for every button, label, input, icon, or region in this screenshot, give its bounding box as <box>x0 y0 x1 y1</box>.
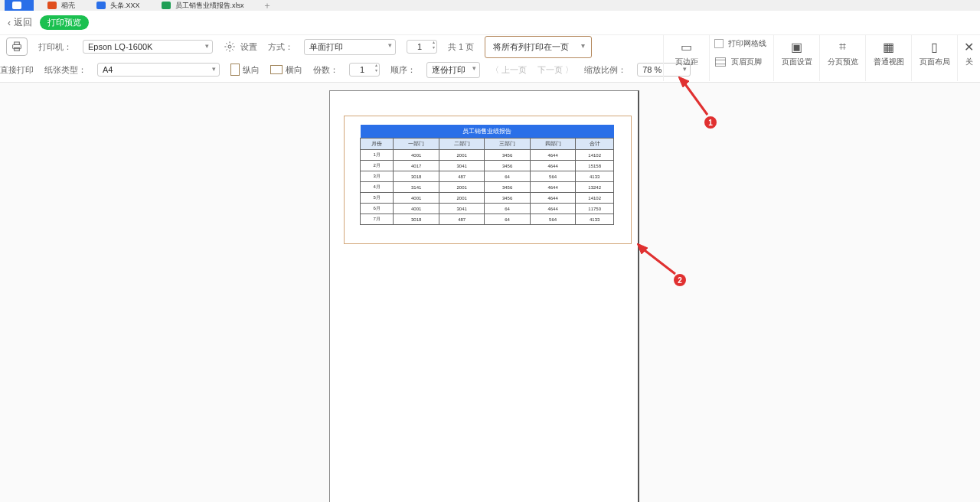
print-options-group: 打印网格线 页眉页脚 <box>709 35 773 81</box>
table-row: 3月3018487645644133 <box>361 171 614 182</box>
annotation-badge-1: 1 <box>704 116 717 129</box>
back-button[interactable]: ‹ 返回 <box>8 16 32 29</box>
svg-rect-2 <box>15 47 20 51</box>
collate-select[interactable]: 逐份打印 <box>426 62 480 78</box>
close-icon: ✕ <box>960 38 978 55</box>
scale-fit-select[interactable]: 将所有列打印在一页 <box>485 36 592 58</box>
layout-icon: ▯ <box>926 38 944 55</box>
close-preview-button[interactable]: ✕ 关 <box>957 35 980 81</box>
print-area-frame: 员工销售业绩报告 月份一部门二部门三部门四部门合计 1月400120013456… <box>344 116 632 244</box>
page-count-label: 共 1 页 <box>448 41 474 53</box>
back-row: ‹ 返回 打印预览 <box>0 11 980 35</box>
svg-line-9 <box>642 248 675 274</box>
header-footer-button[interactable]: 页眉页脚 <box>714 57 762 67</box>
svg-point-3 <box>228 45 231 48</box>
next-page-button[interactable]: 下一页 〉 <box>537 64 573 76</box>
page-setup-button[interactable]: ▣ 页面设置 <box>773 35 819 81</box>
mode-badge: 打印预览 <box>40 15 89 30</box>
app-tabbar: 稻壳 头条.XXX 员工销售业绩报告.xlsx ＋ <box>0 0 980 11</box>
printer-settings-button[interactable]: 设置 <box>224 41 257 53</box>
orientation-portrait-button[interactable]: 纵向 <box>230 64 260 76</box>
app-tab-doc2[interactable]: 稻壳 <box>40 0 83 11</box>
zoom-label: 缩放比例： <box>584 64 626 76</box>
app-tab-home[interactable] <box>5 0 34 11</box>
preview-table: 员工销售业绩报告 月份一部门二部门三部门四部门合计 1月400120013456… <box>360 125 614 225</box>
print-gridlines-checkbox[interactable]: 打印网格线 <box>714 38 766 49</box>
svg-rect-4 <box>715 58 725 67</box>
print-ribbon: 打印机： Epson LQ-1600K 设置 方式： 单面打印 1 共 1 页 … <box>0 35 980 83</box>
print-mode-label: 方式： <box>268 41 293 53</box>
table-row: 4月314120013456464413242 <box>361 182 614 193</box>
table-header: 三部门 <box>485 139 530 150</box>
printer-select[interactable]: Epson LQ-1600K <box>83 40 213 54</box>
print-mode-select[interactable]: 单面打印 <box>304 39 396 55</box>
table-row: 2月401730413456464415158 <box>361 161 614 171</box>
orientation-landscape-button[interactable]: 横向 <box>270 64 302 76</box>
print-icon[interactable] <box>6 37 28 56</box>
prev-page-button[interactable]: 〈 上一页 <box>491 64 527 76</box>
app-tab-doc3[interactable]: 头条.XXX <box>89 0 148 11</box>
table-title: 员工销售业绩报告 <box>361 125 614 139</box>
direct-print-label[interactable]: 直接打印 <box>0 64 34 76</box>
preview-page[interactable]: 员工销售业绩报告 月份一部门二部门三部门四部门合计 1月400120013456… <box>329 90 639 502</box>
table-row: 7月3018487645644133 <box>361 214 614 225</box>
svg-line-7 <box>683 81 707 115</box>
annotation-arrow-1 <box>678 77 717 122</box>
page-setup-icon: ▣ <box>788 38 806 55</box>
copies-spinner[interactable]: 1 <box>349 63 380 77</box>
grid-icon: ▦ <box>880 38 898 55</box>
preview-canvas: 员工销售业绩报告 月份一部门二部门三部门四部门合计 1月400120013456… <box>0 83 980 502</box>
page-layout-button[interactable]: ▯ 页面布局 <box>911 35 957 81</box>
annotation-badge-2: 2 <box>674 274 686 286</box>
table-header: 月份 <box>361 139 394 150</box>
paper-type-select[interactable]: A4 <box>97 63 220 77</box>
table-header: 四部门 <box>530 139 575 150</box>
table-header: 合计 <box>576 139 614 150</box>
table-header: 一部门 <box>394 139 439 150</box>
app-tab-current[interactable]: 员工销售业绩报告.xlsx <box>154 0 252 11</box>
table-row: 6月4001304164464411750 <box>361 204 614 214</box>
svg-rect-1 <box>15 42 20 44</box>
table-row: 5月400120013456464414102 <box>361 193 614 204</box>
copies-label: 份数： <box>313 64 338 76</box>
margins-button[interactable]: ▭ 页边距 <box>663 35 709 81</box>
new-tab-button[interactable]: ＋ <box>258 0 276 11</box>
table-header: 二部门 <box>439 139 484 150</box>
paper-type-label: 纸张类型： <box>44 64 87 76</box>
table-row: 1月400120013456464414102 <box>361 150 614 161</box>
margins-icon: ▭ <box>678 38 696 55</box>
order-label: 顺序： <box>390 64 416 76</box>
normal-view-button[interactable]: ▦ 普通视图 <box>865 35 911 81</box>
page-break-preview-button[interactable]: ⌗ 分页预览 <box>819 35 865 81</box>
page-break-icon: ⌗ <box>834 38 852 55</box>
printer-label: 打印机： <box>38 41 72 53</box>
page-from-spinner[interactable]: 1 <box>407 40 437 54</box>
